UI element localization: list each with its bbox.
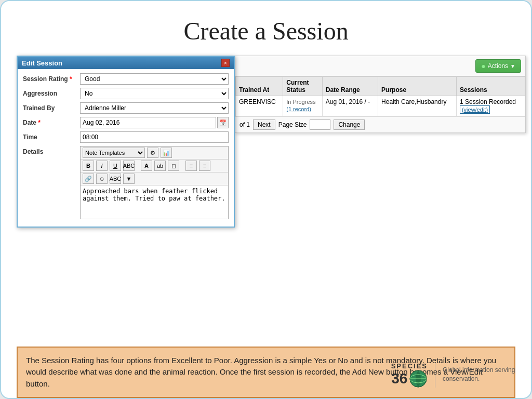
note-templates-select[interactable]: Note Templates xyxy=(83,148,145,158)
page-size-input[interactable] xyxy=(310,119,330,130)
chart-icon-btn[interactable]: 📊 xyxy=(161,148,172,158)
numbered-list-button[interactable]: ≡ xyxy=(199,161,210,171)
date-wrapper: 📅 xyxy=(80,117,229,128)
content-area: Edit Session × Session Rating * Good xyxy=(1,56,531,341)
bullet-list-button[interactable]: ≡ xyxy=(185,161,197,171)
cell-date-range: Aug 01, 2016 / - xyxy=(322,96,378,116)
bold-button[interactable]: B xyxy=(83,161,94,171)
trained-by-select[interactable]: Adrienne Miller xyxy=(80,102,229,114)
time-wrapper xyxy=(80,131,229,143)
col-purpose: Purpose xyxy=(378,77,457,96)
cell-current-status: In Progress (1 record) xyxy=(283,96,323,116)
status-text: In Progress xyxy=(286,99,315,105)
trained-by-wrapper: Adrienne Miller xyxy=(80,102,229,114)
font-color-button[interactable]: A xyxy=(141,161,152,171)
time-label: Time xyxy=(23,134,80,141)
page-size-label: Page Size xyxy=(278,121,307,128)
details-row: Details Note Templates ⚙ 📊 xyxy=(23,146,229,219)
dialog-close-button[interactable]: × xyxy=(221,59,230,67)
session-rating-wrapper: Good xyxy=(80,73,229,85)
details-toolbar-row2: B I U ABC A ab ◻ ≡ ≡ xyxy=(81,159,228,172)
date-row: Date * 📅 xyxy=(23,117,229,128)
aggression-select[interactable]: No xyxy=(80,88,229,99)
trained-by-row: Trained By Adrienne Miller xyxy=(23,102,229,114)
details-wrapper: Note Templates ⚙ 📊 B I U ABC xyxy=(80,146,229,219)
col-trained-at: Trained At xyxy=(236,77,283,96)
actions-icon: ● xyxy=(481,62,485,70)
aggression-wrapper: No xyxy=(80,88,229,99)
highlight-button[interactable]: ab xyxy=(154,161,166,171)
view-edit-link[interactable]: (view/edit) xyxy=(460,105,490,114)
aggression-row: Aggression No xyxy=(23,88,229,99)
table-header-row: Trained At CurrentStatus Date Range Purp… xyxy=(236,77,525,96)
date-label: Date * xyxy=(23,119,80,126)
session-rating-label: Session Rating * xyxy=(23,75,80,83)
edit-session-dialog: Edit Session × Session Rating * Good xyxy=(17,56,235,228)
dialog-title: Edit Session xyxy=(22,59,62,67)
three60-row: 36 xyxy=(391,370,427,388)
col-current-status: CurrentStatus xyxy=(283,77,323,96)
trained-by-label: Trained By xyxy=(23,104,80,112)
species-text: SPECIES xyxy=(391,362,428,370)
link-button[interactable]: 🔗 xyxy=(83,174,94,184)
footer-divider xyxy=(435,362,435,388)
page-title: Create a Session xyxy=(183,17,348,45)
actions-button[interactable]: ● Actions ▼ xyxy=(475,59,521,73)
next-button[interactable]: Next xyxy=(253,119,275,130)
actions-dropdown-icon: ▼ xyxy=(510,63,515,69)
cell-purpose: Health Care,Husbandry xyxy=(378,96,457,116)
underline-button[interactable]: U xyxy=(110,161,121,171)
pagination-of: of 1 xyxy=(240,121,250,128)
sessions-count: 1 Session Recorded xyxy=(460,98,516,105)
species360-logo: SPECIES 36 xyxy=(391,362,428,388)
actions-label: Actions xyxy=(488,62,508,70)
table-row: GREENVISC In Progress (1 record) Aug 01,… xyxy=(236,96,525,116)
italic-button[interactable]: I xyxy=(96,161,108,171)
col-date-range: Date Range xyxy=(322,77,378,96)
details-editor: Note Templates ⚙ 📊 B I U ABC xyxy=(80,146,229,219)
calendar-button[interactable]: 📅 xyxy=(217,117,229,128)
table-area: ● Actions ▼ Trained At CurrentStatus Dat… xyxy=(235,56,526,133)
session-rating-select[interactable]: Good xyxy=(80,73,229,85)
slide-footer: SPECIES 36 Global information serving co… xyxy=(391,362,515,388)
cell-sessions: 1 Session Recorded (view/edit) xyxy=(456,96,525,116)
date-input[interactable] xyxy=(80,117,216,128)
settings-icon-btn[interactable]: ⚙ xyxy=(147,148,158,158)
session-rating-row: Session Rating * Good xyxy=(23,73,229,85)
cell-trained-at: GREENVISC xyxy=(236,96,283,116)
eraser-button[interactable]: ◻ xyxy=(168,161,179,171)
footer-tagline: Global information serving conservation. xyxy=(443,366,515,383)
slide-container: Create a Session Edit Session × Session … xyxy=(0,0,532,399)
table-toolbar: ● Actions ▼ xyxy=(235,56,525,76)
three60-number: 36 xyxy=(391,370,407,387)
details-label: Details xyxy=(23,148,80,155)
dialog-body: Session Rating * Good Aggression No xyxy=(18,69,234,227)
strikethrough-button[interactable]: ABC xyxy=(123,161,135,171)
details-textarea[interactable]: Approached bars when feather flicked aga… xyxy=(81,185,228,217)
globe-icon xyxy=(409,370,427,388)
change-button[interactable]: Change xyxy=(334,119,365,130)
more-options-button[interactable]: ▼ xyxy=(123,174,135,184)
spell-check-button[interactable]: ABC xyxy=(110,174,121,184)
emoji-button[interactable]: ☺ xyxy=(96,174,108,184)
table-footer: of 1 Next Page Size Change xyxy=(235,116,525,132)
required-star: * xyxy=(70,75,72,83)
time-input[interactable] xyxy=(80,131,229,143)
details-toolbar-row3: 🔗 ☺ ABC ▼ xyxy=(81,172,228,185)
data-table: Trained At CurrentStatus Date Range Purp… xyxy=(235,76,525,116)
time-row: Time xyxy=(23,131,229,143)
date-required-star: * xyxy=(38,119,41,126)
status-link[interactable]: (1 record) xyxy=(286,106,311,112)
aggression-label: Aggression xyxy=(23,90,80,97)
dialog-titlebar: Edit Session × xyxy=(18,57,234,69)
col-sessions: Sessions xyxy=(456,77,525,96)
details-toolbar-row1: Note Templates ⚙ 📊 xyxy=(81,147,228,159)
